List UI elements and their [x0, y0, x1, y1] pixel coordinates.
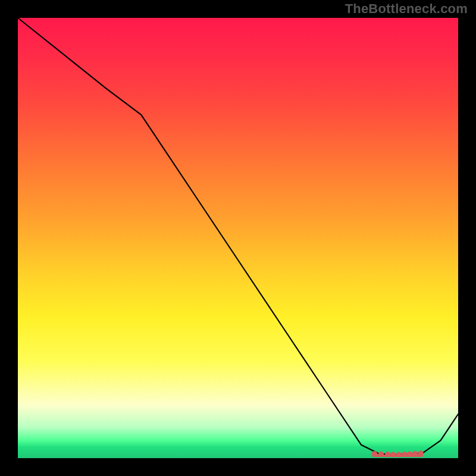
chart-frame: TheBottleneck.com: [0, 0, 476, 476]
optimal-range-markers: [372, 451, 423, 458]
plot-area: [18, 18, 458, 458]
svg-point-5: [396, 452, 401, 457]
svg-point-8: [412, 451, 417, 456]
svg-point-6: [402, 452, 407, 457]
svg-point-9: [418, 451, 423, 456]
svg-point-7: [407, 452, 412, 456]
svg-point-1: [372, 451, 377, 456]
watermark-text: TheBottleneck.com: [345, 1, 468, 17]
svg-point-2: [378, 452, 383, 456]
svg-point-3: [385, 452, 390, 457]
svg-point-4: [390, 452, 395, 457]
chart-svg: [18, 18, 458, 458]
bottleneck-curve: [18, 18, 458, 455]
